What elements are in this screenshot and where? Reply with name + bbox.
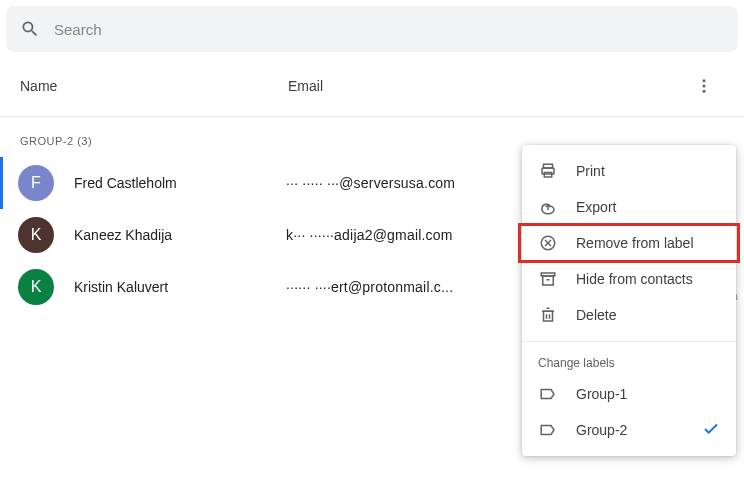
menu-remove-from-label[interactable]: Remove from label <box>522 225 736 261</box>
menu-group1-label: Group-1 <box>576 386 627 402</box>
column-name: Name <box>20 78 288 94</box>
menu-print[interactable]: Print <box>522 153 736 189</box>
menu-remove-label: Remove from label <box>576 235 694 251</box>
more-vert-icon <box>695 77 713 95</box>
remove-icon <box>538 234 558 252</box>
svg-point-1 <box>703 85 706 88</box>
menu-label-group1[interactable]: Group-1 <box>522 376 736 412</box>
label-icon <box>538 421 558 439</box>
search-bar[interactable] <box>6 6 738 52</box>
menu-section-change-labels: Change labels <box>522 350 736 376</box>
label-icon <box>538 385 558 403</box>
menu-hide-label: Hide from contacts <box>576 271 693 287</box>
svg-point-0 <box>703 79 706 82</box>
print-icon <box>538 162 558 180</box>
check-icon <box>702 420 720 441</box>
context-menu: Print Export Remove from label Hide from… <box>522 145 736 456</box>
avatar: K <box>18 269 54 305</box>
contact-name: Fred Castleholm <box>74 175 286 191</box>
menu-hide-from-contacts[interactable]: Hide from contacts <box>522 261 736 297</box>
menu-export-label: Export <box>576 199 616 215</box>
svg-rect-12 <box>544 311 553 321</box>
menu-divider <box>522 341 736 342</box>
menu-print-label: Print <box>576 163 605 179</box>
trash-icon <box>538 306 558 324</box>
avatar: F <box>18 165 54 201</box>
export-icon <box>538 198 558 216</box>
svg-point-2 <box>703 90 706 93</box>
menu-export[interactable]: Export <box>522 189 736 225</box>
menu-label-group2[interactable]: Group-2 <box>522 412 736 448</box>
avatar: K <box>18 217 54 253</box>
menu-delete[interactable]: Delete <box>522 297 736 333</box>
menu-delete-label: Delete <box>576 307 616 323</box>
more-actions-button[interactable] <box>688 70 720 102</box>
contact-name: Kristin Kaluvert <box>74 279 286 295</box>
search-input[interactable] <box>54 21 724 38</box>
search-icon <box>20 19 40 39</box>
column-email: Email <box>288 78 684 94</box>
archive-icon <box>538 270 558 288</box>
menu-group2-label: Group-2 <box>576 422 627 438</box>
contact-name: Kaneez Khadija <box>74 227 286 243</box>
table-header: Name Email <box>0 52 744 117</box>
